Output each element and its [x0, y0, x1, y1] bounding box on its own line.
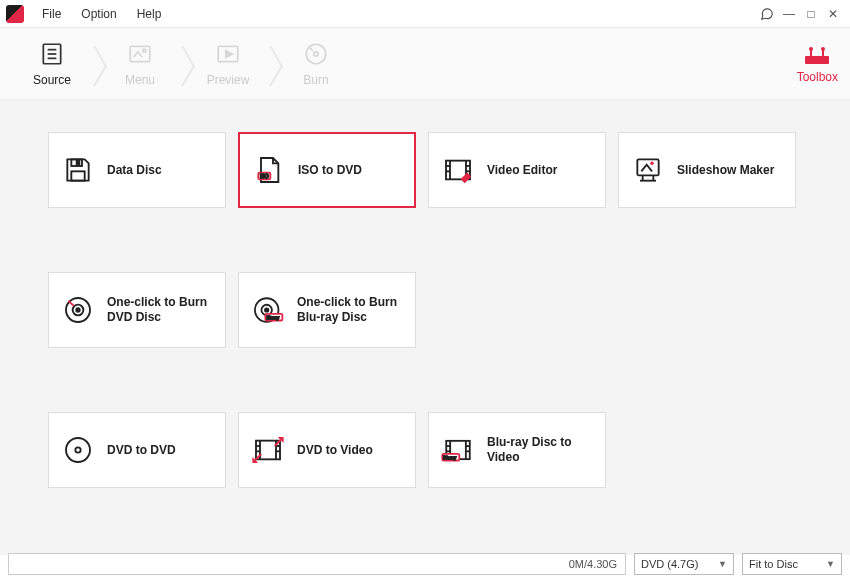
- svg-text:ISO: ISO: [260, 174, 269, 179]
- step-bar: Source Menu Preview Burn Toolbox: [0, 28, 850, 100]
- svg-point-5: [143, 49, 146, 52]
- floppy-disk-icon: [61, 153, 95, 187]
- step-label: Preview: [207, 73, 250, 87]
- svg-marker-7: [226, 50, 233, 57]
- card-grid: Data Disc ISO ISO to DVD Video Editor Sl…: [48, 132, 802, 488]
- svg-point-35: [76, 308, 79, 311]
- disc-type-select[interactable]: DVD (4.7G) ▼: [634, 553, 734, 575]
- card-bluray-to-video[interactable]: Blu-ray Blu-ray Disc to Video: [428, 412, 606, 488]
- svg-text:Blu-ray: Blu-ray: [267, 315, 279, 320]
- fit-mode-select[interactable]: Fit to Disc ▼: [742, 553, 842, 575]
- card-label: Blu-ray Disc to Video: [487, 435, 593, 465]
- svg-point-41: [66, 438, 90, 462]
- svg-point-8: [306, 44, 326, 64]
- feedback-icon[interactable]: [756, 3, 778, 25]
- svg-rect-18: [77, 161, 80, 165]
- chevron-down-icon: ▼: [718, 559, 727, 569]
- svg-rect-17: [71, 171, 84, 180]
- svg-point-42: [75, 447, 80, 452]
- svg-point-38: [265, 308, 268, 311]
- fit-mode-value: Fit to Disc: [749, 558, 798, 570]
- svg-point-14: [809, 47, 813, 51]
- burn-dvd-icon: [61, 293, 95, 327]
- card-oneclick-burn-bluray[interactable]: Blu-ray One-click to Burn Blu-ray Disc: [238, 272, 416, 348]
- svg-point-15: [821, 47, 825, 51]
- card-dvd-to-dvd[interactable]: DVD to DVD: [48, 412, 226, 488]
- toolbox-button[interactable]: Toolbox: [797, 44, 838, 84]
- maximize-button[interactable]: □: [800, 3, 822, 25]
- card-oneclick-burn-dvd[interactable]: One-click to Burn DVD Disc: [48, 272, 226, 348]
- menu-help[interactable]: Help: [127, 7, 172, 21]
- chevron-down-icon: ▼: [826, 559, 835, 569]
- minimize-button[interactable]: —: [778, 3, 800, 25]
- card-label: DVD to DVD: [107, 443, 176, 458]
- toolbox-workspace: Data Disc ISO ISO to DVD Video Editor Sl…: [0, 100, 850, 555]
- preview-step-icon: [215, 41, 241, 67]
- svg-text:Blu-ray: Blu-ray: [444, 455, 456, 460]
- card-label: One-click to Burn DVD Disc: [107, 295, 213, 325]
- menu-option[interactable]: Option: [71, 7, 126, 21]
- burn-bluray-icon: Blu-ray: [251, 293, 285, 327]
- step-label: Source: [33, 73, 71, 87]
- card-video-editor[interactable]: Video Editor: [428, 132, 606, 208]
- card-iso-to-dvd[interactable]: ISO ISO to DVD: [238, 132, 416, 208]
- step-separator-icon: [268, 44, 276, 84]
- disc-icon: [61, 433, 95, 467]
- svg-line-10: [310, 47, 313, 50]
- disc-type-value: DVD (4.7G): [641, 558, 698, 570]
- svg-point-29: [650, 162, 653, 165]
- card-label: One-click to Burn Blu-ray Disc: [297, 295, 403, 325]
- menu-step-icon: [127, 41, 153, 67]
- toolbox-label: Toolbox: [797, 70, 838, 84]
- menu-file[interactable]: File: [32, 7, 71, 21]
- step-label: Burn: [303, 73, 328, 87]
- bluray-to-video-icon: Blu-ray: [441, 433, 475, 467]
- card-label: ISO to DVD: [298, 163, 362, 178]
- card-label: Data Disc: [107, 163, 162, 178]
- status-footer: 0M/4.30G DVD (4.7G) ▼ Fit to Disc ▼: [0, 549, 850, 579]
- card-data-disc[interactable]: Data Disc: [48, 132, 226, 208]
- video-editor-icon: [441, 153, 475, 187]
- toolbox-icon: [802, 44, 832, 66]
- card-dvd-to-video[interactable]: DVD to Video: [238, 412, 416, 488]
- step-menu[interactable]: Menu: [100, 41, 180, 87]
- burn-step-icon: [303, 41, 329, 67]
- close-button[interactable]: ✕: [822, 3, 844, 25]
- step-source[interactable]: Source: [12, 41, 92, 87]
- titlebar: File Option Help — □ ✕: [0, 0, 850, 28]
- card-slideshow-maker[interactable]: Slideshow Maker: [618, 132, 796, 208]
- iso-file-icon: ISO: [252, 153, 286, 187]
- svg-point-9: [314, 51, 318, 55]
- step-label: Menu: [125, 73, 155, 87]
- app-logo-icon: [6, 5, 24, 23]
- step-separator-icon: [180, 44, 188, 84]
- card-label: DVD to Video: [297, 443, 373, 458]
- capacity-text: 0M/4.30G: [569, 558, 617, 570]
- card-label: Video Editor: [487, 163, 557, 178]
- film-convert-icon: [251, 433, 285, 467]
- svg-rect-11: [805, 56, 829, 64]
- step-separator-icon: [92, 44, 100, 84]
- source-step-icon: [39, 41, 65, 67]
- capacity-bar: 0M/4.30G: [8, 553, 626, 575]
- slideshow-icon: [631, 153, 665, 187]
- card-label: Slideshow Maker: [677, 163, 774, 178]
- step-burn[interactable]: Burn: [276, 41, 356, 87]
- step-preview[interactable]: Preview: [188, 41, 268, 87]
